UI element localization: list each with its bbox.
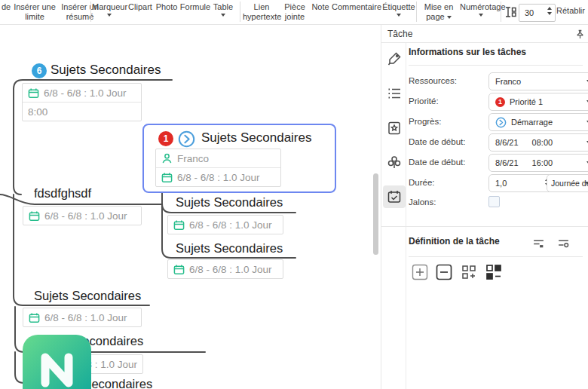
topic-node[interactable]: Sujets Secondaires bbox=[176, 195, 283, 210]
calendar-icon bbox=[29, 210, 40, 222]
calendar-icon bbox=[28, 87, 39, 99]
chevron-down-icon bbox=[585, 182, 588, 185]
field-label: Durée: bbox=[409, 178, 435, 187]
task-card[interactable]: 6/8 - 6/8 : 1.0 Jour 8:00 bbox=[22, 83, 142, 121]
priority-select[interactable]: 1 Priorité 1 bbox=[488, 93, 588, 111]
progress-circle-icon bbox=[495, 117, 507, 128]
toolbar-marker[interactable]: Marqueur bbox=[92, 2, 127, 17]
topic-title: Sujets Secondaires bbox=[201, 130, 311, 145]
remove-subtask-button[interactable] bbox=[485, 264, 502, 280]
toolbar-insert-boundary[interactable]: Insérer une limite bbox=[11, 2, 59, 22]
progress-circle-icon bbox=[178, 130, 195, 148]
toolbar-table[interactable]: Table bbox=[211, 2, 235, 17]
task-calendar-icon[interactable] bbox=[387, 189, 402, 204]
task-count-badge: 6 bbox=[32, 63, 47, 78]
toolbar-clipped-item[interactable]: de bbox=[1, 2, 11, 12]
toolbar-comment[interactable]: Commentaire bbox=[332, 2, 381, 12]
task-date: 6/8 - 6/8 : 1.0 Jour bbox=[44, 87, 127, 99]
add-task-button[interactable] bbox=[412, 264, 428, 280]
chevron-down-icon bbox=[107, 14, 112, 17]
milestone-checkbox[interactable] bbox=[488, 196, 500, 207]
time-value: 08:00 bbox=[532, 138, 553, 147]
toolbar-note[interactable]: Note bbox=[309, 2, 332, 12]
spinner-up-icon[interactable] bbox=[547, 7, 552, 10]
toolbar-separator bbox=[501, 2, 501, 22]
duration-spinner[interactable]: 1,0 bbox=[488, 174, 555, 192]
field-label: Priorité: bbox=[409, 96, 439, 106]
sticker-book-icon[interactable] bbox=[387, 121, 402, 136]
progress-select[interactable]: Démarrage bbox=[488, 113, 588, 131]
task-card[interactable]: 6/8 - 6/8 : 1.0 Jour bbox=[23, 308, 142, 327]
date-value: 8/6/21 bbox=[495, 138, 519, 147]
divider bbox=[409, 65, 583, 66]
toolbar-layout[interactable]: Mise en page bbox=[419, 2, 458, 22]
divider bbox=[409, 256, 583, 257]
calendar-icon bbox=[161, 172, 173, 183]
progress-value: Démarrage bbox=[511, 118, 553, 127]
person-icon bbox=[161, 153, 173, 164]
toolbar-photo[interactable]: Photo bbox=[154, 2, 179, 12]
task-card[interactable]: 6/8 - 6/8 : 1.0 Jour bbox=[167, 215, 283, 234]
time-value: 16:00 bbox=[532, 158, 553, 167]
remove-task-button[interactable] bbox=[436, 264, 452, 280]
add-subtask-button[interactable] bbox=[461, 265, 476, 280]
toolbar-tag[interactable]: Étiquette bbox=[381, 2, 416, 17]
priority-badge: 1 bbox=[495, 97, 505, 107]
outline-list-icon[interactable] bbox=[387, 86, 402, 101]
topic-node[interactable]: fdsdfghsdf bbox=[34, 186, 91, 201]
duration-unit-select[interactable]: Journée de t bbox=[547, 174, 588, 192]
task-date: 6/8 - 6/8 : 1.0 Jour bbox=[44, 210, 127, 222]
indent-task-icon[interactable] bbox=[532, 237, 545, 250]
task-card[interactable]: 6/8 - 6/8 : 1.0 Jour bbox=[167, 259, 283, 279]
topic-node[interactable]: Sujets Secondaires bbox=[176, 241, 283, 256]
task-date: 6/8 - 6/8 : 1.0 Jour bbox=[44, 312, 127, 323]
resources-select[interactable]: Franco bbox=[488, 72, 588, 90]
calendar-icon bbox=[173, 219, 185, 231]
date-value: 8/6/21 bbox=[495, 158, 519, 167]
end-date-select[interactable]: 8/6/21 16:00 bbox=[488, 154, 588, 172]
pin-icon[interactable] bbox=[575, 29, 585, 39]
divider bbox=[381, 226, 588, 227]
font-size-value: 30 bbox=[525, 8, 534, 17]
panel-title: Tâche bbox=[387, 29, 412, 39]
divider bbox=[406, 43, 406, 389]
field-label: Date de début: bbox=[409, 158, 465, 167]
section-header: Définition de la tâche bbox=[409, 236, 500, 247]
toolbar-attachment[interactable]: Pièce jointe bbox=[280, 2, 309, 22]
edrawmind-logo bbox=[23, 335, 91, 389]
priority-badge: 1 bbox=[158, 131, 173, 146]
toolbar-separator bbox=[90, 2, 91, 22]
filter-task-icon[interactable] bbox=[557, 237, 570, 250]
calendar-icon bbox=[29, 312, 40, 323]
vertical-scrollbar[interactable] bbox=[373, 173, 378, 255]
toolbar-numbering[interactable]: Numérotage bbox=[460, 2, 502, 17]
clover-icon[interactable] bbox=[387, 155, 402, 170]
topic-node[interactable]: Sujets Secondaires bbox=[34, 289, 141, 303]
text-spacing-icon[interactable] bbox=[504, 6, 517, 20]
topic-node[interactable]: Sujets Secondaires bbox=[51, 63, 161, 78]
toolbar-clipart[interactable]: Clipart bbox=[127, 2, 154, 12]
task-date: 6/8 - 6/8 : 1.0 Jour bbox=[189, 264, 272, 275]
font-size-spinner[interactable]: 30 bbox=[519, 4, 556, 22]
task-date: 6/8 - 6/8 : 1.0 Jour bbox=[189, 219, 272, 231]
toolbar-separator bbox=[416, 2, 417, 22]
start-date-select[interactable]: 8/6/21 08:00 bbox=[488, 133, 588, 152]
selected-topic-node[interactable]: 1 Sujets Secondaires Franco 6/8 - 6/8 : … bbox=[142, 124, 336, 193]
duration-unit-value: Journée de t bbox=[551, 179, 588, 188]
section-header: Informations sur les tâches bbox=[409, 47, 526, 57]
field-label: Jalons: bbox=[409, 198, 436, 207]
field-label: Progrès: bbox=[409, 117, 441, 126]
task-card[interactable]: Franco 6/8 - 6/8 : 1.0 Jour bbox=[155, 149, 281, 187]
duration-value: 1,0 bbox=[495, 179, 507, 188]
task-card[interactable]: 6/8 - 6/8 : 1.0 Jour bbox=[23, 206, 142, 225]
spinner-down-icon[interactable] bbox=[547, 12, 552, 15]
calendar-icon bbox=[173, 264, 185, 275]
app-window: de Insérer une limite Insérer un résumé … bbox=[0, 0, 588, 389]
style-brush-icon[interactable] bbox=[387, 51, 402, 66]
toolbar-formula[interactable]: Formule bbox=[179, 2, 211, 12]
toolbar-separator bbox=[240, 2, 240, 22]
toolbar-hyperlink[interactable]: Lien hypertexte bbox=[243, 2, 280, 22]
task-date: 6/8 - 6/8 : 1.0 Jour bbox=[177, 172, 260, 183]
task-panel: Tâche Informations sur les tâches Ressou… bbox=[381, 24, 588, 389]
redo-button[interactable]: Rétablir bbox=[553, 6, 588, 16]
